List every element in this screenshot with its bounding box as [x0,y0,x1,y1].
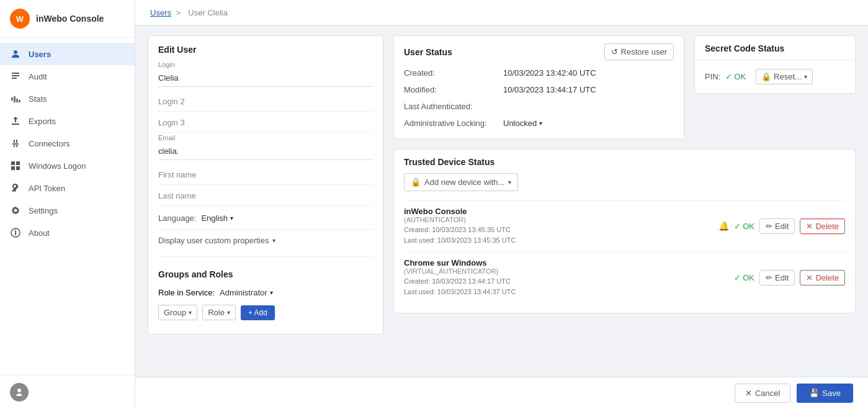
about-icon: i [10,227,21,238]
language-value: English [201,213,228,223]
reset-button[interactable]: 🔒 Reset... ▾ [756,69,813,84]
bottom-bar: ✕ Cancel 💾 Save [135,377,868,409]
device-2-name: Chrome sur Windows [404,258,734,267]
user-avatar[interactable] [10,383,29,402]
sidebar-label-users: Users [29,50,51,59]
first-name-placeholder[interactable]: First name [158,165,373,185]
add-device-label: Add new device with... [424,178,504,187]
custom-props-chevron-icon: ▾ [272,237,275,244]
save-button[interactable]: 💾 Save [797,384,853,403]
right-column: User Status ↺ Restore user Created: 10/0… [393,35,856,313]
svg-rect-3 [16,161,20,165]
device-1-edit-label: Edit [775,222,789,231]
sidebar-footer [0,375,135,409]
user-status-panel: User Status ↺ Restore user Created: 10/0… [393,35,684,139]
add-device-button[interactable]: 🔒 Add new device with... ▾ [404,173,518,191]
section-divider [158,256,373,257]
device-1-ok-label: OK [743,222,754,231]
custom-props-toggle[interactable]: Display user custom properties ▾ [158,230,373,251]
sidebar-label-audit: Audit [29,72,47,81]
admin-locking-label: Administrative Locking: [404,117,503,130]
group-role-row: Group ▾ Role ▾ + Add [158,301,373,324]
device-1-delete-button[interactable]: ✕ Delete [800,218,845,234]
restore-user-button[interactable]: ↺ Restore user [604,43,674,60]
sidebar-header: W inWebo Console [0,0,135,38]
device-2-delete-label: Delete [815,273,839,282]
stats-icon [10,93,21,104]
unlocked-chevron-icon: ▾ [539,120,542,127]
lock-icon: 🔒 [761,72,771,81]
sidebar-item-stats[interactable]: Stats [0,88,135,110]
sidebar-item-exports[interactable]: Exports [0,110,135,132]
device-2-edit-button[interactable]: ✏ Edit [759,270,795,285]
topbar: Users > User Clelia [135,0,868,25]
add-button[interactable]: + Add [241,305,275,320]
login3-placeholder[interactable]: Login 3 [158,113,373,133]
restore-icon: ↺ [611,47,618,56]
login-label: Login [158,61,373,68]
save-icon: 💾 [809,389,819,398]
language-label: Language: [158,213,196,223]
modified-value: 10/03/2023 13:44:17 UTC [503,83,674,96]
cancel-label: Cancel [755,389,780,398]
device-1-actions: 🔔 ✓ OK ✏ Edit ✕ Delete [718,218,845,234]
device-row: inWebo Console (AUTHENTICATOR) Created: … [404,200,845,251]
email-input[interactable] [158,143,373,160]
email-label: Email [158,134,373,142]
add-device-lock-icon: 🔒 [411,178,421,187]
device-2-actions: ✓ OK ✏ Edit ✕ Delete [734,270,845,285]
sidebar-item-settings[interactable]: Settings [0,199,135,222]
edit-user-title: Edit User [148,36,383,61]
save-label: Save [822,389,841,398]
role-select-dropdown[interactable]: Role ▾ [202,305,236,320]
device-2-meta: Created: 10/03/2023 13:44:17 UTCLast use… [404,276,734,297]
sidebar-label-exports: Exports [29,117,56,126]
admin-locking-value: Unlocked ▾ [503,117,674,130]
login-input[interactable] [158,70,373,87]
device-1-check-icon: ✓ [734,222,741,231]
ok-label: OK [734,72,746,81]
device-1-delete-label: Delete [815,222,839,231]
group-dropdown[interactable]: Group ▾ [158,305,197,320]
role-dropdown[interactable]: Administrator ▾ [220,288,273,297]
bell-icon: 🔔 [718,221,729,231]
login2-field: Login 2 [158,92,373,112]
role-placeholder: Role [208,308,225,317]
email-field: Email [158,134,373,160]
sidebar-item-about[interactable]: i About [0,222,135,244]
device-2-delete-button[interactable]: ✕ Delete [800,270,845,285]
users-icon [10,48,21,60]
device-1-edit-button[interactable]: ✏ Edit [759,218,795,234]
device-2-ok-badge: ✓ OK [734,273,754,282]
device-1-info: inWebo Console (AUTHENTICATOR) Created: … [404,207,718,245]
user-status-header: User Status ↺ Restore user [394,36,684,66]
edit-user-panel: Edit User Login Login 2 Login 3 Email [148,35,383,335]
pin-ok-badge: ✓ OK [725,72,746,81]
pin-label: PIN: [705,72,720,81]
sidebar-item-connectors[interactable]: Connectors [0,132,135,155]
device-1-delete-icon: ✕ [806,222,813,231]
reset-chevron-icon: ▾ [804,73,807,80]
settings-icon [10,205,21,216]
sidebar-label-about: About [29,228,50,238]
breadcrumb-separator: > [176,8,181,17]
top-right-row: User Status ↺ Restore user Created: 10/0… [393,35,856,139]
language-dropdown[interactable]: English ▾ [201,213,233,223]
sidebar-item-users[interactable]: Users [0,43,135,65]
custom-props-label: Display user custom properties [158,236,269,245]
device-2-info: Chrome sur Windows (VIRTUAL_AUTHENTICATO… [404,258,734,297]
last-name-placeholder[interactable]: Last name [158,186,373,206]
login2-placeholder[interactable]: Login 2 [158,92,373,112]
breadcrumb-parent[interactable]: Users [150,8,171,17]
svg-rect-4 [11,166,15,170]
sidebar-item-windows-logon[interactable]: Windows Logon [0,155,135,177]
first-name-field: First name [158,165,373,185]
content-area: Edit User Login Login 2 Login 3 Email [135,25,868,377]
cancel-button[interactable]: ✕ Cancel [735,384,790,403]
group-placeholder: Group [164,308,186,317]
app-logo: W [10,9,30,29]
created-value: 10/03/2023 13:42:40 UTC [503,66,674,79]
sidebar-item-api-token[interactable]: API Token [0,177,135,199]
sidebar-item-audit[interactable]: Audit [0,65,135,88]
svg-rect-2 [11,161,15,165]
